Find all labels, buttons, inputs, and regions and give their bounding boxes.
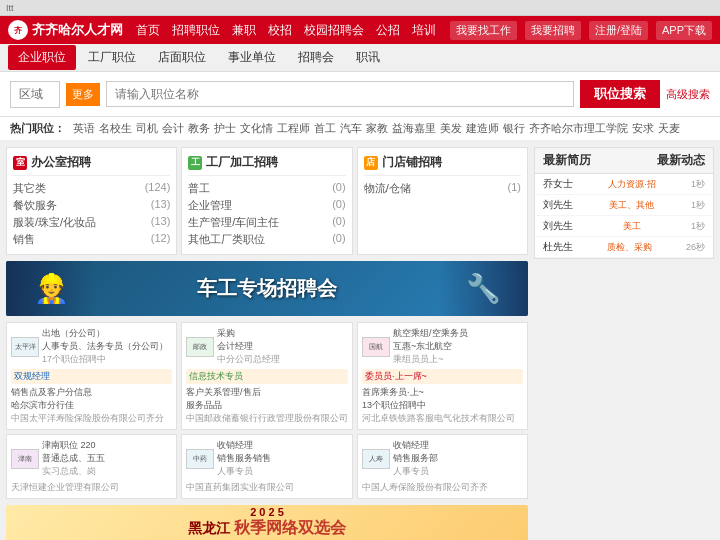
resume-item-3[interactable]: 刘先生 美工 1秒 <box>535 216 713 237</box>
hot-job-graduate[interactable]: 名校生 <box>99 121 132 136</box>
app-btn[interactable]: APP下载 <box>656 21 712 40</box>
job-link-sales[interactable]: 销售 <box>13 232 35 247</box>
nav-training[interactable]: 培训 <box>412 22 436 39</box>
hot-job-worker[interactable]: 首工 <box>314 121 336 136</box>
right-panel: 最新简历 最新动态 乔女士 人力资源·招 1秒 刘先生 美工、其他 1秒 刘先生… <box>534 147 714 540</box>
resume-title-text: 最新简历 <box>543 152 591 169</box>
advanced-search-link[interactable]: 高级搜索 <box>666 87 710 102</box>
hot-job-bank[interactable]: 银行 <box>503 121 525 136</box>
banner-right-worker: 🔧 <box>438 261 528 316</box>
nav-parttime[interactable]: 兼职 <box>232 22 256 39</box>
job-link-catering[interactable]: 餐饮服务 <box>13 198 57 213</box>
hot-job-nurse[interactable]: 护士 <box>214 121 236 136</box>
job-item-production: 生产管理/车间主任 (0) <box>188 214 345 231</box>
region-selector[interactable]: 区域 <box>10 81 60 108</box>
company-logo-jinan: 津南 <box>11 449 39 469</box>
company-full-lifein: 中国人寿保险股份有限公司齐齐 <box>362 481 523 494</box>
find-job-btn[interactable]: 我要找工作 <box>450 21 517 40</box>
company-info-postal: 采购 会计经理 中分公司总经理 <box>217 327 280 366</box>
nav-campusfair[interactable]: 校园招聘会 <box>304 22 364 39</box>
factory-icon: 工 <box>188 156 202 170</box>
job-link-logistics[interactable]: 物流/仓储 <box>364 181 411 196</box>
banner-recruitment-fair[interactable]: 👷 车工专场招聘会 🔧 <box>6 261 528 316</box>
hot-job-engineer[interactable]: 工程师 <box>277 121 310 136</box>
resume-item-2[interactable]: 刘先生 美工、其他 1秒 <box>535 195 713 216</box>
resume-item-1[interactable]: 乔女士 人力资源·招 1秒 <box>535 174 713 195</box>
hot-jobs-bar: 热门职位： 英语 名校生 司机 会计 教务 护士 文化情 工程师 首工 汽车 家… <box>0 117 720 141</box>
region-more-btn[interactable]: 更多 <box>66 83 100 106</box>
hot-job-culture[interactable]: 文化情 <box>240 121 273 136</box>
hot-job-tutor[interactable]: 家教 <box>366 121 388 136</box>
hot-job-tianmai[interactable]: 天麦 <box>658 121 680 136</box>
company-logo-pacific: 太平洋 <box>11 337 39 357</box>
company-info-pacific: 出地（分公司） 人事专员、法务专员（分公司） 17个职位招聘中 <box>42 327 168 366</box>
company-card-jinan[interactable]: 津南 津南职位 220 普通总成、五五 实习总成、岗 天津恒建企业管理有限公司 <box>6 434 177 499</box>
subnav-fair[interactable]: 招聘会 <box>288 45 344 70</box>
job-item-clothing: 服装/珠宝/化妆品 (13) <box>13 214 170 231</box>
job-link-other[interactable]: 其它类 <box>13 181 46 196</box>
hot-job-constructor[interactable]: 建造师 <box>466 121 499 136</box>
banner2-year: 2 0 2 5 <box>250 506 284 518</box>
company-header-aviation: 国航 航空乘组/空乘务员 互惠~东北航空 乘组员员上~ <box>362 327 523 366</box>
office-jobs-section: 室 办公室招聘 其它类 (124) 餐饮服务 (13) 服装/珠宝/化妆品 (1… <box>6 147 177 255</box>
company-info-lifein: 收销经理 销售服务部 人事专员 <box>393 439 438 478</box>
nav-home[interactable]: 首页 <box>136 22 160 39</box>
resume-item-4[interactable]: 杜先生 质检、采购 26秒 <box>535 237 713 258</box>
subnav-store[interactable]: 店面职位 <box>148 45 216 70</box>
hot-job-auto[interactable]: 汽车 <box>340 121 362 136</box>
company-job-detail-pacific: 销售点及客户分信息 <box>11 386 172 399</box>
job-sections: 室 办公室招聘 其它类 (124) 餐饮服务 (13) 服装/珠宝/化妆品 (1… <box>6 147 528 255</box>
subnav-news[interactable]: 职讯 <box>346 45 390 70</box>
logo-icon: 齐 <box>8 20 28 40</box>
job-link-clothing[interactable]: 服装/珠宝/化妆品 <box>13 215 96 230</box>
banner-jobfair-2025[interactable]: 2 0 2 5 黑龙江 秋季网络双选会 普通高校毕业生 省 <box>6 505 528 540</box>
hot-job-accounting[interactable]: 会计 <box>162 121 184 136</box>
company-full-pacific: 中国太平洋寿险保险股份有限公司齐分 <box>11 412 172 425</box>
hot-job-yihai[interactable]: 益海嘉里 <box>392 121 436 136</box>
post-job-btn[interactable]: 我要招聘 <box>525 21 581 40</box>
nav-public[interactable]: 公招 <box>376 22 400 39</box>
company-logo-aviation: 国航 <box>362 337 390 357</box>
store-jobs-title: 店 门店铺招聘 <box>364 154 521 176</box>
hot-job-college[interactable]: 齐齐哈尔市理工学院 <box>529 121 628 136</box>
logo-char: 齐 <box>14 25 22 36</box>
company-card-lifein[interactable]: 人寿 收销经理 销售服务部 人事专员 中国人寿保险股份有限公司齐齐 <box>357 434 528 499</box>
company-header-zhongyao: 中药 收销经理 销售服务销售 人事专员 <box>186 439 348 478</box>
hot-job-education[interactable]: 教务 <box>188 121 210 136</box>
company-header-pacific: 太平洋 出地（分公司） 人事专员、法务专员（分公司） 17个职位招聘中 <box>11 327 172 366</box>
job-link-factory-other[interactable]: 其他工厂类职位 <box>188 232 265 247</box>
nav-campus[interactable]: 校招 <box>268 22 292 39</box>
banner2-province: 黑龙江 秋季网络双选会 <box>188 518 346 539</box>
job-link-production[interactable]: 生产管理/车间主任 <box>188 215 279 230</box>
site-title: 齐齐哈尔人才网 <box>32 21 123 39</box>
subnav-enterprise[interactable]: 企业职位 <box>8 45 76 70</box>
job-tag-postal: 信息技术专员 <box>186 369 348 384</box>
job-link-mgmt[interactable]: 企业管理 <box>188 198 232 213</box>
company-header-postal: 邮政 采购 会计经理 中分公司总经理 <box>186 327 348 366</box>
company-card-postal[interactable]: 邮政 采购 会计经理 中分公司总经理 信息技术专员 客户关系管理/售后 服务品品… <box>181 322 353 430</box>
company-header-jinan: 津南 津南职位 220 普通总成、五五 实习总成、岗 <box>11 439 172 478</box>
hot-job-driver[interactable]: 司机 <box>136 121 158 136</box>
job-tag-aviation: 委员员·上一席~ <box>362 369 523 384</box>
login-btn[interactable]: 注册/登陆 <box>589 21 648 40</box>
job-link-worker[interactable]: 普工 <box>188 181 210 196</box>
hot-job-hair[interactable]: 美发 <box>440 121 462 136</box>
company-header-lifein: 人寿 收销经理 销售服务部 人事专员 <box>362 439 523 478</box>
hot-job-安求[interactable]: 安求 <box>632 121 654 136</box>
subnav-institution[interactable]: 事业单位 <box>218 45 286 70</box>
company-card-zhongyao[interactable]: 中药 收销经理 销售服务销售 人事专员 中国直药集团实业有限公司 <box>181 434 353 499</box>
job-item-factory-other: 其他工厂类职位 (0) <box>188 231 345 248</box>
search-button[interactable]: 职位搜索 <box>580 80 660 108</box>
resume-section: 最新简历 最新动态 乔女士 人力资源·招 1秒 刘先生 美工、其他 1秒 刘先生… <box>534 147 714 259</box>
header-right: 我要找工作 我要招聘 注册/登陆 APP下载 <box>450 21 712 40</box>
company-card-pacific[interactable]: 太平洋 出地（分公司） 人事专员、法务专员（分公司） 17个职位招聘中 双规经理… <box>6 322 177 430</box>
company-card-aviation[interactable]: 国航 航空乘组/空乘务员 互惠~东北航空 乘组员员上~ 委员员·上一席~ 首席乘… <box>357 322 528 430</box>
search-input[interactable] <box>106 81 574 107</box>
company-full-jinan: 天津恒建企业管理有限公司 <box>11 481 172 494</box>
nav-jobs[interactable]: 招聘职位 <box>172 22 220 39</box>
company-logo-zhongyao: 中药 <box>186 449 214 469</box>
hot-job-english[interactable]: 英语 <box>73 121 95 136</box>
store-jobs-section: 店 门店铺招聘 物流/仓储 (1) <box>357 147 528 255</box>
subnav-factory[interactable]: 工厂职位 <box>78 45 146 70</box>
company-grid: 太平洋 出地（分公司） 人事专员、法务专员（分公司） 17个职位招聘中 双规经理… <box>6 322 528 499</box>
